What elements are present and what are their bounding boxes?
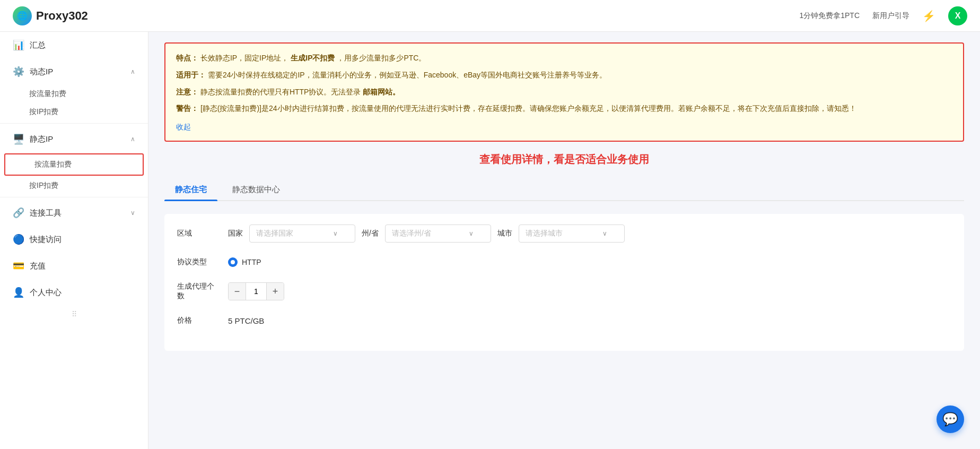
- alert-collapse-btn[interactable]: 收起: [176, 123, 191, 132]
- protocol-http-label: HTTP: [242, 258, 261, 266]
- translate-icon[interactable]: ⚡: [922, 10, 935, 22]
- sidebar-label-static-ip: 静态IP: [30, 134, 53, 144]
- sidebar-sub-by-ip[interactable]: 按IP扣费: [0, 103, 148, 121]
- quantity-stepper: − 1 +: [228, 282, 284, 300]
- protocol-radio-group[interactable]: HTTP: [228, 257, 261, 267]
- alert-row-2: 适用于： 需要24小时保持在线稳定的IP，流量消耗小的业务，例如亚马逊、Face…: [176, 69, 952, 82]
- province-placeholder: 请选泽州/省: [392, 229, 431, 238]
- alert-label-1: 特点：: [176, 54, 198, 62]
- country-placeholder: 请选择国家: [256, 229, 293, 238]
- sidebar-sub-static-by-ip[interactable]: 按IP扣费: [0, 177, 148, 195]
- connection-tools-arrow: ∨: [130, 209, 135, 217]
- alert-text-2: 需要24小时保持在线稳定的IP，流量消耗小的业务，例如亚马逊、Facebook、…: [208, 71, 607, 79]
- sidebar-resize-handle[interactable]: ⠿: [0, 306, 148, 323]
- main-content: 特点： 长效静态IP，固定IP地址， 生成IP不扣费 ，用多少流量扣多少PTC。…: [148, 32, 980, 449]
- connection-tools-icon: 🔗: [13, 207, 24, 219]
- page-subtitle: 查看使用详情，看是否适合业务使用: [164, 152, 964, 167]
- sidebar-item-profile[interactable]: 👤 个人中心: [0, 279, 148, 306]
- province-chevron-icon: ∨: [469, 230, 474, 237]
- header-right: 1分钟免费拿1PTC 新用户引导 ⚡ X: [799, 6, 967, 25]
- resize-icon: ⠿: [72, 310, 77, 318]
- free-ptc-link[interactable]: 1分钟免费拿1PTC: [799, 11, 860, 21]
- logo: 🌐 Proxy302: [13, 6, 88, 25]
- province-select[interactable]: 请选泽州/省 ∨: [385, 225, 491, 243]
- summary-icon: 📊: [13, 39, 24, 51]
- quantity-label: 生成代理个数: [177, 282, 220, 301]
- static-ip-icon: 🖥️: [13, 133, 24, 145]
- dynamic-ip-icon: ⚙️: [13, 66, 24, 77]
- price-value: 5 PTC/GB: [228, 316, 264, 325]
- city-select[interactable]: 请选择城市 ∨: [519, 225, 625, 243]
- alert-label-4: 警告：: [176, 104, 198, 113]
- user-avatar[interactable]: X: [948, 6, 967, 25]
- sidebar-item-summary[interactable]: 📊 汇总: [0, 32, 148, 58]
- sidebar-sub-static-by-traffic[interactable]: 按流量扣费: [4, 153, 144, 176]
- alert-box: 特点： 长效静态IP，固定IP地址， 生成IP不扣费 ，用多少流量扣多少PTC。…: [164, 42, 964, 142]
- city-label: 城市: [497, 229, 512, 238]
- alert-bold-1: 生成IP不扣费: [291, 54, 335, 62]
- protocol-label: 协议类型: [177, 257, 220, 267]
- sidebar-label-quick-access: 快捷访问: [30, 235, 62, 245]
- form-row-quantity: 生成代理个数 − 1 +: [177, 282, 951, 301]
- region-label: 区域: [177, 229, 220, 238]
- sidebar-label-dynamic-ip: 动态IP: [30, 67, 53, 77]
- quick-access-icon: 🔵: [13, 234, 24, 245]
- chat-icon: 💬: [942, 412, 958, 427]
- alert-label-3: 注意：: [176, 88, 198, 96]
- alert-text-1a: 长效静态IP，固定IP地址，: [200, 54, 288, 62]
- form-row-price: 价格 5 PTC/GB: [177, 316, 951, 325]
- tab-static-residential[interactable]: 静态住宅: [164, 179, 217, 200]
- sidebar-item-recharge[interactable]: 💳 充值: [0, 253, 148, 279]
- province-label: 州/省: [362, 229, 379, 238]
- tab-static-datacenter[interactable]: 静态数据中心: [222, 179, 291, 200]
- sidebar: 📊 汇总 ⚙️ 动态IP ∧ 按流量扣费 按IP扣费 🖥️ 静态IP ∧: [0, 32, 148, 449]
- header: 🌐 Proxy302 1分钟免费拿1PTC 新用户引导 ⚡ X: [0, 0, 980, 32]
- sidebar-label-summary: 汇总: [30, 40, 46, 50]
- form-row-protocol: 协议类型 HTTP: [177, 257, 951, 267]
- sidebar-divider-2: [0, 197, 148, 197]
- alert-row-1: 特点： 长效静态IP，固定IP地址， 生成IP不扣费 ，用多少流量扣多少PTC。: [176, 52, 952, 65]
- sidebar-divider: [0, 123, 148, 124]
- form-section: 区域 国家 请选择国家 ∨ 州/省 请选泽州/省 ∨ 城市 请选择城市: [164, 214, 964, 351]
- quantity-value: 1: [246, 283, 267, 300]
- sidebar-label-recharge: 充值: [30, 261, 46, 271]
- alert-text-1b: ，用多少流量扣多少PTC。: [337, 54, 426, 62]
- sidebar-label-connection-tools: 连接工具: [30, 208, 62, 218]
- guide-link[interactable]: 新用户引导: [872, 11, 909, 21]
- form-row-region: 区域 国家 请选择国家 ∨ 州/省 请选泽州/省 ∨ 城市 请选择城市: [177, 225, 951, 243]
- sidebar-item-static-ip[interactable]: 🖥️ 静态IP ∧: [0, 126, 148, 152]
- layout: 📊 汇总 ⚙️ 动态IP ∧ 按流量扣费 按IP扣费 🖥️ 静态IP ∧: [0, 32, 980, 449]
- protocol-radio-http[interactable]: [228, 257, 238, 267]
- country-chevron-icon: ∨: [333, 230, 338, 237]
- logo-icon: 🌐: [13, 6, 32, 25]
- sidebar-label-profile: 个人中心: [30, 288, 62, 298]
- recharge-icon: 💳: [13, 260, 24, 272]
- alert-row-4: 警告： [静态(按流量扣费)]是24小时内进行结算扣费，按流量使用的代理无法进行…: [176, 102, 952, 115]
- alert-text-4: [静态(按流量扣费)]是24小时内进行结算扣费，按流量使用的代理无法进行实时计费…: [200, 104, 856, 113]
- country-label: 国家: [228, 229, 243, 238]
- sidebar-item-quick-access[interactable]: 🔵 快捷访问: [0, 226, 148, 253]
- sidebar-sub-by-traffic[interactable]: 按流量扣费: [0, 85, 148, 103]
- sidebar-item-connection-tools[interactable]: 🔗 连接工具 ∨: [0, 200, 148, 226]
- alert-bold-3: 邮箱网站。: [363, 88, 400, 96]
- quantity-decrease-btn[interactable]: −: [229, 283, 246, 300]
- sidebar-item-dynamic-ip[interactable]: ⚙️ 动态IP ∧: [0, 58, 148, 85]
- price-label: 价格: [177, 316, 220, 325]
- alert-row-3: 注意： 静态按流量扣费的代理只有HTTP协议。无法登录 邮箱网站。: [176, 86, 952, 99]
- quantity-increase-btn[interactable]: +: [267, 283, 284, 300]
- chat-button[interactable]: 💬: [937, 405, 964, 433]
- alert-label-2: 适用于：: [176, 71, 206, 79]
- static-ip-arrow: ∧: [130, 135, 135, 143]
- city-placeholder: 请选择城市: [526, 229, 563, 238]
- city-chevron-icon: ∨: [602, 230, 607, 237]
- profile-icon: 👤: [13, 287, 24, 298]
- dynamic-ip-arrow: ∧: [130, 68, 135, 75]
- logo-text: Proxy302: [36, 9, 88, 23]
- country-select[interactable]: 请选择国家 ∨: [249, 225, 355, 243]
- alert-text-3a: 静态按流量扣费的代理只有HTTP协议。无法登录: [200, 88, 361, 96]
- tabs-bar: 静态住宅 静态数据中心: [164, 179, 964, 201]
